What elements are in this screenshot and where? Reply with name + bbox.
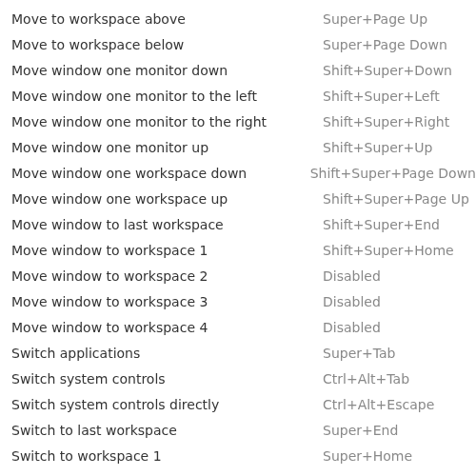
shortcut-label: Switch system controls [11,371,323,387]
shortcut-accelerator: Super+Home [323,448,412,464]
shortcut-accelerator: Super+Page Up [323,11,427,27]
shortcut-row[interactable]: Move window one monitor upShift+Super+Up [11,134,476,160]
shortcut-row[interactable]: Move window one monitor to the leftShift… [11,83,476,109]
shortcut-row[interactable]: Move window to workspace 4Disabled [11,314,476,340]
shortcut-row[interactable]: Move window to workspace 2Disabled [11,263,476,288]
shortcut-row[interactable]: Move window to workspace 3Disabled [11,288,476,314]
shortcut-row[interactable]: Switch to workspace 2Disabled [11,468,476,476]
shortcut-row[interactable]: Switch system controlsCtrl+Alt+Tab [11,366,476,391]
shortcut-label: Move to workspace below [11,37,323,52]
shortcut-row[interactable]: Move window one workspace upShift+Super+… [11,186,476,211]
shortcut-row[interactable]: Move window to workspace 1Shift+Super+Ho… [11,237,476,263]
shortcut-label: Switch to workspace 1 [11,448,323,464]
shortcut-label: Move window to workspace 2 [11,268,323,284]
shortcut-accelerator: Shift+Super+Down [323,63,452,78]
shortcut-label: Move window one monitor to the left [11,89,323,104]
shortcut-accelerator: Super+Tab [323,346,395,361]
shortcut-accelerator: Shift+Super+Left [323,89,440,104]
shortcut-row[interactable]: Switch applicationsSuper+Tab [11,340,476,366]
shortcut-row[interactable]: Switch to last workspaceSuper+End [11,417,476,443]
shortcut-accelerator: Shift+Super+Page Down [310,166,476,181]
shortcut-accelerator: Super+End [323,423,398,438]
shortcut-label: Switch to last workspace [11,423,323,438]
shortcut-label: Move window one workspace up [11,191,323,207]
shortcut-row[interactable]: Move window one workspace downShift+Supe… [11,160,476,186]
shortcut-label: Move window one monitor up [11,140,323,155]
shortcut-accelerator: Shift+Super+Right [323,114,449,129]
shortcut-label: Move window one workspace down [11,166,310,181]
shortcut-row[interactable]: Move to workspace aboveSuper+Page Up [11,6,476,31]
shortcut-label: Switch applications [11,346,323,361]
shortcut-list: Move to workspace aboveSuper+Page UpMove… [0,0,476,476]
shortcut-row[interactable]: Move window to last workspaceShift+Super… [11,211,476,237]
shortcut-row[interactable]: Move window one monitor to the rightShif… [11,109,476,134]
shortcut-label: Move window one monitor to the right [11,114,323,129]
shortcut-label: Move window one monitor down [11,63,323,78]
shortcut-accelerator: Ctrl+Alt+Escape [323,397,434,412]
shortcut-accelerator: Shift+Super+End [323,217,440,232]
shortcut-accelerator: Disabled [323,294,381,309]
shortcut-row[interactable]: Move to workspace belowSuper+Page Down [11,31,476,57]
shortcut-label: Move to workspace above [11,11,323,27]
shortcut-label: Move window to workspace 4 [11,320,323,335]
shortcut-accelerator: Ctrl+Alt+Tab [323,371,409,387]
shortcut-label: Move window to workspace 3 [11,294,323,309]
shortcut-accelerator: Disabled [323,320,381,335]
shortcut-accelerator: Super+Page Down [323,37,447,52]
shortcut-label: Switch system controls directly [11,397,323,412]
shortcut-row[interactable]: Move window one monitor downShift+Super+… [11,57,476,83]
shortcut-row[interactable]: Switch to workspace 1Super+Home [11,443,476,468]
shortcut-accelerator: Disabled [323,268,381,284]
shortcut-label: Move window to last workspace [11,217,323,232]
shortcut-row[interactable]: Switch system controls directlyCtrl+Alt+… [11,391,476,417]
shortcut-accelerator: Shift+Super+Home [323,243,454,258]
shortcut-accelerator: Shift+Super+Page Up [323,191,469,207]
shortcut-accelerator: Shift+Super+Up [323,140,432,155]
shortcut-label: Move window to workspace 1 [11,243,323,258]
